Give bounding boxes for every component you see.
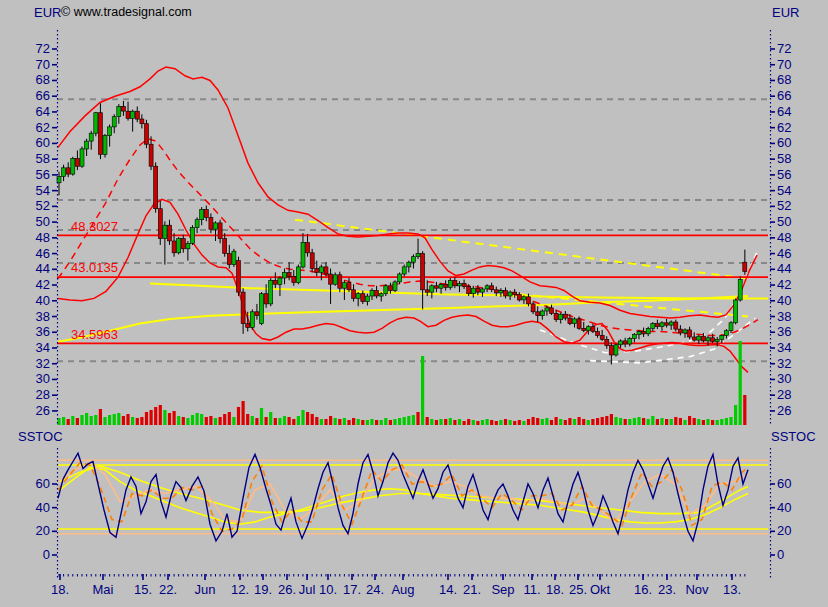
candle bbox=[338, 275, 342, 288]
volume-bar bbox=[329, 416, 332, 425]
candle bbox=[522, 297, 526, 300]
axis-label: 50 bbox=[777, 214, 791, 229]
axis-label: 24. bbox=[366, 582, 384, 597]
volume-bar bbox=[647, 419, 650, 425]
volume-bar bbox=[628, 419, 631, 425]
volume-bar bbox=[720, 419, 723, 425]
volume-bar bbox=[219, 417, 222, 425]
candle bbox=[720, 335, 724, 339]
volume-bar bbox=[347, 420, 350, 425]
candle bbox=[536, 312, 540, 316]
volume-bar bbox=[453, 420, 456, 425]
volume-bar bbox=[481, 420, 484, 425]
volume-bar bbox=[564, 420, 567, 425]
volume-bar bbox=[67, 419, 70, 425]
axis-label: 72 bbox=[777, 41, 791, 56]
candle bbox=[149, 144, 153, 166]
candle bbox=[619, 341, 623, 345]
volume-bar bbox=[430, 419, 433, 425]
volume-bar bbox=[610, 414, 613, 425]
candle bbox=[329, 274, 333, 284]
candle bbox=[140, 119, 144, 124]
candle bbox=[701, 336, 705, 341]
x-axis: 18.Mai15.22.Jun12.19.26.Jul10.17.24.Aug1… bbox=[51, 574, 745, 597]
volume-bar bbox=[352, 418, 355, 425]
volume-bar bbox=[706, 419, 709, 425]
volume-bar bbox=[140, 417, 143, 425]
candle bbox=[241, 292, 245, 324]
candle bbox=[471, 288, 475, 294]
volume-bar bbox=[596, 418, 599, 425]
candle bbox=[416, 254, 420, 257]
candle bbox=[324, 267, 328, 274]
volume-bar bbox=[292, 419, 295, 425]
volume-bar bbox=[670, 419, 673, 425]
volume-bar bbox=[674, 417, 677, 425]
candle bbox=[356, 294, 360, 299]
candle bbox=[411, 257, 415, 263]
volume-bar bbox=[403, 417, 406, 425]
volume-bar bbox=[366, 420, 369, 425]
volume-bar bbox=[412, 415, 415, 425]
candle bbox=[347, 283, 351, 290]
candle bbox=[563, 314, 567, 318]
axis-label: 32 bbox=[36, 356, 50, 371]
chart-canvas: 2628303234363840424446485052545658606264… bbox=[0, 0, 828, 607]
axis-label: 68 bbox=[36, 72, 50, 87]
candle bbox=[734, 300, 738, 323]
volume-bar bbox=[278, 418, 281, 425]
volume-bar bbox=[251, 416, 254, 425]
volume-bar bbox=[191, 415, 194, 425]
volume-bar bbox=[633, 418, 636, 425]
candle bbox=[223, 239, 227, 254]
axis-label: 66 bbox=[777, 88, 791, 103]
volume-bar bbox=[435, 420, 438, 425]
candle bbox=[600, 335, 604, 339]
volume-bar bbox=[541, 419, 544, 425]
candle bbox=[94, 113, 98, 134]
price-level-label-2: 43.0135 bbox=[71, 261, 118, 274]
candle bbox=[628, 339, 632, 345]
candle bbox=[513, 292, 517, 294]
volume-bar bbox=[99, 409, 102, 425]
axis-label: 38 bbox=[36, 309, 50, 324]
axis-label: 62 bbox=[777, 120, 791, 135]
axis-label: 64 bbox=[777, 104, 791, 119]
volume-bar bbox=[260, 408, 263, 425]
volume-bar bbox=[444, 419, 447, 425]
candle bbox=[310, 253, 314, 269]
candle bbox=[724, 331, 728, 336]
candle bbox=[154, 166, 158, 209]
candle bbox=[250, 312, 254, 328]
volume-bar bbox=[131, 417, 134, 425]
candle bbox=[605, 339, 609, 345]
candle bbox=[481, 289, 485, 292]
candle bbox=[283, 273, 287, 279]
volume-bar bbox=[154, 407, 157, 425]
volume-bar bbox=[624, 419, 627, 425]
axis-label: 40 bbox=[777, 500, 791, 515]
axis-label: 22. bbox=[159, 582, 177, 597]
candle bbox=[494, 290, 498, 293]
candle bbox=[591, 327, 595, 332]
candle bbox=[434, 286, 438, 288]
axis-label: 34 bbox=[36, 340, 50, 355]
volume-bar bbox=[449, 418, 452, 425]
axis-label: 11. bbox=[523, 582, 540, 597]
axis-label: 26 bbox=[36, 403, 50, 418]
candle bbox=[577, 319, 581, 328]
volume-bar bbox=[614, 417, 617, 425]
axis-label: 52 bbox=[36, 198, 50, 213]
volume-bar bbox=[637, 417, 640, 425]
volume-bar bbox=[62, 417, 65, 425]
candle bbox=[669, 322, 673, 325]
axis-label: 56 bbox=[36, 167, 50, 182]
candle bbox=[402, 267, 406, 274]
candle bbox=[642, 332, 646, 334]
axis-label: 26. bbox=[278, 582, 296, 597]
candle bbox=[352, 290, 356, 299]
volume-bar bbox=[113, 414, 116, 425]
volume-bar bbox=[173, 411, 176, 425]
volume-bar bbox=[416, 412, 419, 425]
chart-window: 2628303234363840424446485052545658606264… bbox=[0, 0, 828, 607]
